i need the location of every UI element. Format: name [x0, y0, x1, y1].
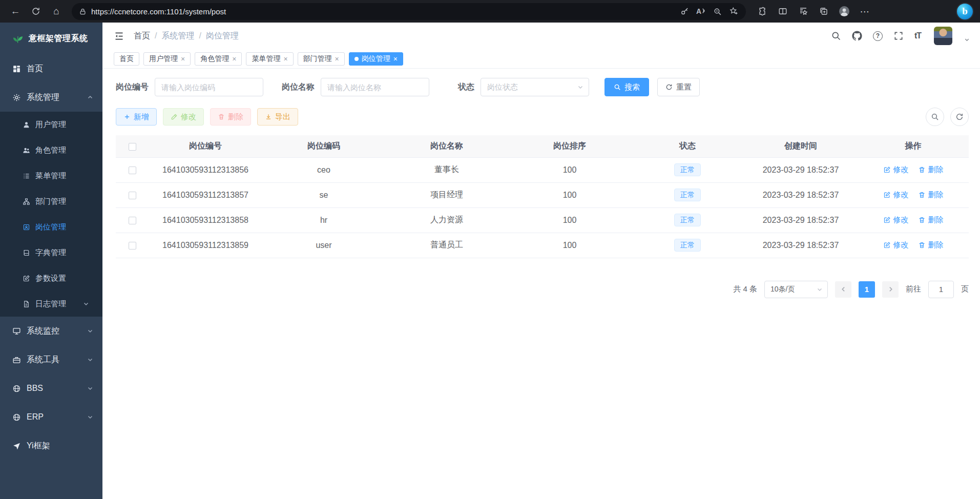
close-icon[interactable]: × [393, 55, 398, 63]
tab-user-management[interactable]: 用户管理 × [143, 52, 191, 66]
browser-profile-button[interactable] [834, 2, 854, 20]
globe-icon [12, 413, 21, 422]
row-checkbox[interactable] [129, 217, 136, 224]
sidebar-item-user-management[interactable]: 用户管理 [0, 112, 102, 137]
browser-menu-button[interactable]: ⋯ [854, 2, 875, 20]
status-badge: 正常 [674, 239, 701, 252]
fullscreen-button[interactable] [893, 31, 904, 41]
column-header: 创建时间 [744, 135, 858, 157]
extensions-button[interactable] [752, 2, 773, 20]
row-edit-button[interactable]: 修改 [883, 215, 909, 225]
github-button[interactable] [852, 31, 862, 41]
sidebar-item-label: 系统管理 [27, 92, 59, 103]
sidebar-item-label: 菜单管理 [35, 171, 66, 181]
browser-home-button[interactable]: ⌂ [46, 2, 67, 20]
tab-home[interactable]: 首页 [114, 52, 139, 66]
tab-post-management[interactable]: 岗位管理 × [349, 52, 403, 66]
reset-button[interactable]: 重置 [657, 78, 700, 96]
add-button[interactable]: 新增 [116, 108, 157, 126]
sidebar-item-role-management[interactable]: 角色管理 [0, 137, 102, 163]
user-avatar[interactable] [934, 27, 952, 45]
breadcrumb-separator: / [199, 31, 201, 40]
sidebar-item-post-management[interactable]: 岗位管理 [0, 214, 102, 240]
question-icon: ? [876, 32, 880, 39]
sidebar-item-yi-framework[interactable]: Yi框架 [0, 431, 102, 460]
help-button[interactable]: ? [873, 31, 883, 41]
browser-back-button[interactable]: ← [5, 2, 26, 20]
refresh-table-button[interactable] [950, 108, 969, 126]
next-page-button[interactable] [882, 281, 899, 298]
close-icon[interactable]: × [283, 55, 287, 63]
trash-icon [918, 166, 926, 174]
sidebar-fold-button[interactable] [114, 31, 124, 41]
row-edit-button[interactable]: 修改 [883, 190, 909, 200]
filter-form: 岗位编号 岗位名称 状态 岗位状态 搜索 重置 [116, 78, 969, 96]
row-checkbox[interactable] [129, 167, 136, 174]
page-number-1[interactable]: 1 [859, 281, 875, 298]
close-icon[interactable]: × [335, 55, 339, 63]
edit-button[interactable]: 修改 [163, 108, 204, 126]
tab-label: 菜单管理 [252, 54, 280, 64]
sidebar-item-system-management[interactable]: 系统管理 [0, 83, 102, 112]
row-edit-button[interactable]: 修改 [883, 165, 909, 175]
row-checkbox[interactable] [129, 242, 136, 249]
close-icon[interactable]: × [181, 55, 185, 63]
header-search-button[interactable] [831, 31, 841, 41]
favorites-button[interactable] [793, 2, 814, 20]
breadcrumb-system[interactable]: 系统管理 [161, 31, 194, 41]
sidebar-item-label: 首页 [27, 64, 43, 74]
read-aloud-button[interactable]: A [693, 4, 709, 18]
row-edit-button[interactable]: 修改 [883, 240, 909, 250]
address-bar[interactable]: https://ccnetcore.com:1101/system/post A [72, 3, 746, 20]
sidebar-item-system-monitor[interactable]: 系统监控 [0, 317, 102, 345]
sidebar-item-menu-management[interactable]: 菜单管理 [0, 163, 102, 189]
status-select[interactable]: 岗位状态 [481, 78, 589, 96]
prev-page-button[interactable] [835, 281, 851, 298]
breadcrumb-home[interactable]: 首页 [134, 31, 150, 41]
row-delete-button[interactable]: 删除 [918, 240, 944, 250]
user-icon [23, 121, 30, 129]
export-button-label: 导出 [275, 112, 290, 122]
sidebar-item-label: 系统监控 [27, 326, 59, 337]
tab-menu-management[interactable]: 菜单管理 × [246, 52, 293, 66]
row-delete-button[interactable]: 删除 [918, 165, 944, 175]
row-delete-button[interactable]: 删除 [918, 215, 944, 225]
close-icon[interactable]: × [232, 55, 236, 63]
sidebar-item-log-management[interactable]: 日志管理 [0, 291, 102, 317]
row-delete-button[interactable]: 删除 [918, 190, 944, 200]
refresh-icon [31, 7, 40, 16]
row-checkbox[interactable] [129, 192, 136, 199]
caret-down-icon[interactable] [964, 37, 970, 43]
font-size-button[interactable]: tT [914, 31, 921, 40]
split-screen-button[interactable] [773, 2, 793, 20]
password-key-button[interactable] [676, 4, 693, 18]
goto-page-input[interactable] [928, 281, 954, 298]
add-favorite-button[interactable] [725, 4, 742, 18]
collections-button[interactable] [814, 2, 834, 20]
sidebar-item-dictionary-management[interactable]: 字典管理 [0, 240, 102, 265]
bing-sidebar-button[interactable]: b [957, 4, 973, 19]
sidebar-item-department-management[interactable]: 部门管理 [0, 189, 102, 214]
cell-created-time: 2023-03-29 18:52:37 [744, 157, 858, 182]
post-name-input[interactable] [321, 78, 429, 96]
select-all-checkbox[interactable] [129, 143, 136, 151]
screen: ← ⌂ https://ccnetcore.com:1101/system/po… [0, 0, 980, 499]
list-icon [23, 172, 30, 180]
zoom-button[interactable] [709, 4, 725, 18]
tab-department-management[interactable]: 部门管理 × [298, 52, 345, 66]
search-button[interactable]: 搜索 [604, 78, 649, 96]
show-search-button[interactable] [926, 108, 944, 126]
post-code-input[interactable] [155, 78, 263, 96]
sidebar-item-parameter-settings[interactable]: 参数设置 [0, 265, 102, 291]
sidebar-item-system-tools[interactable]: 系统工具 [0, 345, 102, 374]
delete-button[interactable]: 删除 [210, 108, 251, 126]
page-size-select[interactable]: 10条/页 [764, 281, 828, 298]
chevron-left-icon [840, 286, 847, 293]
sidebar-item-bbs[interactable]: BBS [0, 374, 102, 403]
sidebar-item-home[interactable]: 首页 [0, 54, 102, 83]
profile-avatar-icon [838, 5, 850, 17]
sidebar-item-erp[interactable]: ERP [0, 403, 102, 431]
export-button[interactable]: 导出 [257, 108, 298, 126]
browser-refresh-button[interactable] [26, 2, 46, 20]
tab-role-management[interactable]: 角色管理 × [195, 52, 242, 66]
